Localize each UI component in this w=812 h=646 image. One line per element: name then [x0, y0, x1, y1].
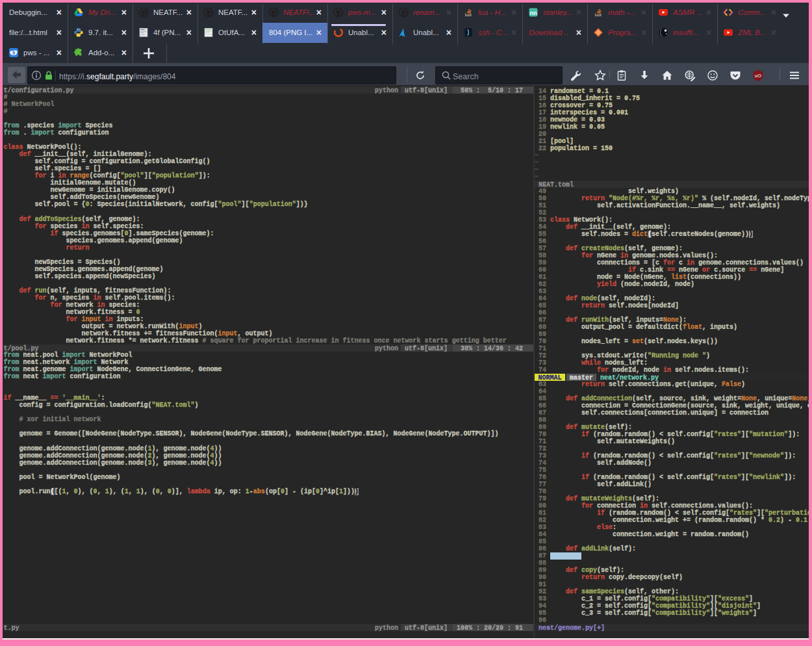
svg-text:nn: nn — [530, 10, 537, 16]
svg-text:uO: uO — [755, 73, 762, 79]
svg-text:9: 9 — [12, 50, 15, 56]
